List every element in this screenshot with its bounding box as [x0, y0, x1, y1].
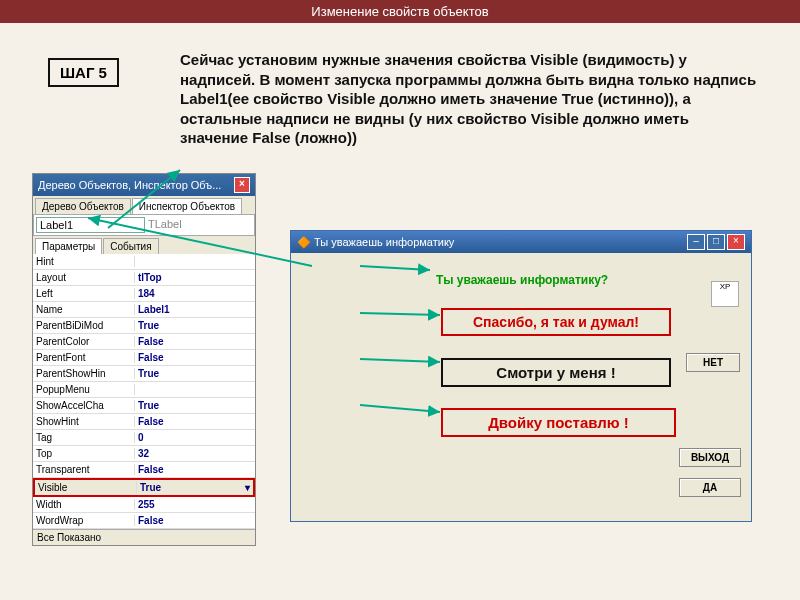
close-icon[interactable]: ×	[727, 234, 745, 250]
prop-key: Tag	[33, 432, 135, 443]
step-label: ШАГ 5	[48, 58, 119, 87]
prop-key: ParentBiDiMod	[33, 320, 135, 331]
prop-value: 0	[135, 432, 255, 443]
property-row[interactable]: ShowAccelChaTrue	[33, 398, 255, 414]
prop-key: PopupMenu	[33, 384, 135, 395]
prop-key: ShowHint	[33, 416, 135, 427]
prop-key: ShowAccelCha	[33, 400, 135, 411]
prop-value: False	[135, 515, 255, 526]
prop-value: True	[135, 368, 255, 379]
minimize-icon[interactable]: –	[687, 234, 705, 250]
inspector-title: Дерево Объектов, Инспектор Объ...	[38, 179, 221, 191]
prop-value: False	[135, 336, 255, 347]
page-title: Изменение свойств объектов	[0, 0, 800, 23]
prop-key: Visible	[35, 482, 137, 493]
prop-value: True	[135, 400, 255, 411]
prop-value: False	[135, 416, 255, 427]
yes-button[interactable]: ДА	[679, 478, 741, 497]
prop-key: Layout	[33, 272, 135, 283]
prop-key: Name	[33, 304, 135, 315]
prop-key: ParentFont	[33, 352, 135, 363]
exit-button[interactable]: ВЫХОД	[679, 448, 741, 467]
property-grid-2: Width255WordWrapFalse	[33, 497, 255, 529]
property-grid: HintLayouttlTopLeft184NameLabel1ParentBi…	[33, 254, 255, 478]
maximize-icon[interactable]: □	[707, 234, 725, 250]
prop-value: False	[135, 352, 255, 363]
object-selector[interactable]: Label1 TLabel	[33, 214, 255, 236]
property-row[interactable]: TransparentFalse	[33, 462, 255, 478]
property-row[interactable]: Tag0	[33, 430, 255, 446]
prop-value: False	[135, 464, 255, 475]
preview-body: Ты уважаешь информатику? XP Спасибо, я т…	[291, 253, 751, 513]
property-row[interactable]: LayouttlTop	[33, 270, 255, 286]
description-text: Сейчас установим нужные значения свойств…	[180, 50, 760, 148]
prop-key: Transparent	[33, 464, 135, 475]
prop-key: Top	[33, 448, 135, 459]
prop-value: 184	[135, 288, 255, 299]
prop-value: tlTop	[135, 272, 255, 283]
property-row[interactable]: ShowHintFalse	[33, 414, 255, 430]
sub-tabs: Параметры События	[33, 236, 255, 254]
window-buttons: – □ ×	[687, 234, 745, 250]
prop-key: WordWrap	[33, 515, 135, 526]
tab-params[interactable]: Параметры	[35, 238, 102, 254]
chevron-down-icon[interactable]: ▾	[245, 482, 250, 493]
property-row[interactable]: Width255	[33, 497, 255, 513]
prop-value: True	[135, 320, 255, 331]
prop-value: 32	[135, 448, 255, 459]
close-icon[interactable]: ×	[234, 177, 250, 193]
property-row[interactable]: ParentBiDiModTrue	[33, 318, 255, 334]
xp-badge: XP	[711, 281, 739, 307]
property-row[interactable]: PopupMenu	[33, 382, 255, 398]
prop-value: Label1	[135, 304, 255, 315]
property-row[interactable]: Left184	[33, 286, 255, 302]
property-row[interactable]: ParentFontFalse	[33, 350, 255, 366]
preview-title-text: 🔶 Ты уважаешь информатику	[297, 236, 454, 249]
question-label: Ты уважаешь информатику?	[436, 273, 608, 287]
no-button[interactable]: НЕТ	[686, 353, 740, 372]
prop-value: 255	[135, 499, 255, 510]
object-inspector-window: Дерево Объектов, Инспектор Объ... × Дере…	[32, 173, 256, 546]
property-row[interactable]: WordWrapFalse	[33, 513, 255, 529]
object-type: TLabel	[145, 217, 252, 233]
message-1: Спасибо, я так и думал!	[441, 308, 671, 336]
property-row[interactable]: ParentShowHinTrue	[33, 366, 255, 382]
prop-key: Hint	[33, 256, 135, 267]
tab-inspector[interactable]: Инспектор Объектов	[132, 198, 242, 214]
message-2: Смотри у меня !	[441, 358, 671, 387]
prop-key: Width	[33, 499, 135, 510]
prop-key: Left	[33, 288, 135, 299]
top-tabs: Дерево Объектов Инспектор Объектов	[33, 196, 255, 214]
message-3: Двойку поставлю !	[441, 408, 676, 437]
property-row[interactable]: Hint	[33, 254, 255, 270]
property-row[interactable]: NameLabel1	[33, 302, 255, 318]
prop-key: ParentColor	[33, 336, 135, 347]
preview-titlebar: 🔶 Ты уважаешь информатику – □ ×	[291, 231, 751, 253]
object-name: Label1	[36, 217, 145, 233]
prop-value[interactable]: True▾	[137, 482, 253, 493]
property-row[interactable]: Top32	[33, 446, 255, 462]
property-row[interactable]: ParentColorFalse	[33, 334, 255, 350]
prop-key: ParentShowHin	[33, 368, 135, 379]
tab-events[interactable]: События	[103, 238, 158, 254]
inspector-titlebar: Дерево Объектов, Инспектор Объ... ×	[33, 174, 255, 196]
tab-tree[interactable]: Дерево Объектов	[35, 198, 131, 214]
preview-window: 🔶 Ты уважаешь информатику – □ × Ты уважа…	[290, 230, 752, 522]
visible-property-row[interactable]: Visible True▾	[33, 478, 255, 497]
inspector-footer: Все Показано	[33, 529, 255, 545]
